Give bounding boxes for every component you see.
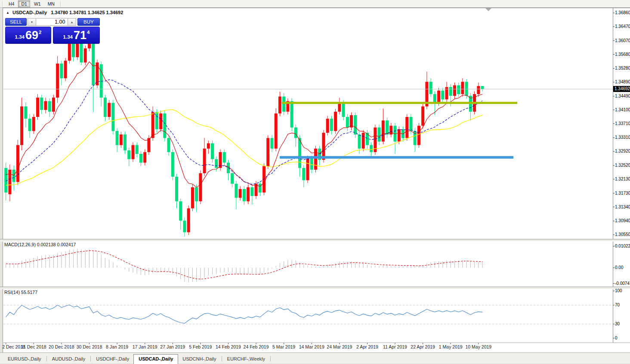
- ohlc-values: 1.34780 1.34781 1.34625 1.34692: [51, 10, 123, 15]
- symbol-title: USDCAD-,Daily: [12, 10, 47, 15]
- price-axis-label: 1.33310: [615, 135, 630, 140]
- buy-price-sup: 4: [87, 30, 90, 35]
- sell-quote-button[interactable]: 1.34 69 2: [5, 27, 51, 44]
- chart-tab-eurchf[interactable]: EURCHF-,Weekly: [223, 355, 269, 364]
- macd-axis-label: 0.00: [615, 265, 623, 270]
- chart-window[interactable]: [3, 8, 630, 352]
- volume-input[interactable]: 1.00: [36, 18, 68, 26]
- macd-axis-label: 0.010229: [615, 244, 630, 248]
- timeframe-w1-button[interactable]: W1: [31, 0, 44, 7]
- rsi-axis-label: 0: [615, 336, 618, 340]
- date-axis-label: 11 Dec 2018: [21, 344, 46, 349]
- scroll-to-end-icon[interactable]: [485, 8, 491, 11]
- price-axis-label: 1.31730: [615, 191, 630, 196]
- price-axis-label: 1.35680: [615, 52, 630, 57]
- date-axis-label: 14 Feb 2019: [216, 344, 241, 349]
- sell-price-big: 69: [25, 29, 38, 42]
- timeframe-toolbar: H4D1W1MN: [0, 0, 630, 8]
- tab-separator: [46, 356, 47, 361]
- collapse-arrow-icon[interactable]: ▲: [6, 11, 9, 15]
- buy-button[interactable]: BUY: [77, 18, 100, 26]
- date-axis-border: [3, 343, 630, 343]
- date-axis-label: 24 Feb 2019: [244, 344, 269, 349]
- pane-divider-rsi[interactable]: [0, 287, 630, 289]
- price-axis-label: 1.36470: [615, 24, 630, 29]
- price-axis-label: 1.32920: [615, 149, 630, 153]
- rsi-axis-label: 70: [615, 303, 620, 307]
- timeframe-buttons: H4D1W1MN: [5, 0, 58, 7]
- one-click-trade-panel: SELL ▼ 1.00 ▲ BUY 1.34 69 2 1.34 71 4: [5, 18, 100, 44]
- date-axis-label: 22 Apr 2019: [411, 344, 435, 349]
- rsi-axis-label: 100: [615, 288, 622, 293]
- price-axis-label: 1.36070: [615, 38, 630, 43]
- chart-tab-usdcad[interactable]: USDCAD-,Daily: [133, 354, 178, 364]
- date-axis-label: 8 Jan 2019: [106, 344, 128, 349]
- macd-label: MACD(12,26,9) 0.002138 0.002417: [4, 242, 76, 247]
- chart-tab-eurusd[interactable]: EURUSD-,Daily: [3, 355, 46, 364]
- chart-tab-usdchf[interactable]: USDCHF-,Daily: [92, 355, 133, 364]
- buy-quote-button[interactable]: 1.34 71 4: [53, 27, 100, 44]
- chart-tabbar: EURUSD-,DailyAUDUSD-,DailyUSDCHF-,DailyU…: [0, 352, 630, 364]
- date-axis-label: 20 Dec 2018: [49, 344, 74, 349]
- tab-separator: [90, 356, 91, 361]
- chart-tab-audusd[interactable]: AUDUSD-,Daily: [48, 355, 90, 364]
- timeframe-mn-button[interactable]: MN: [45, 0, 58, 7]
- chart-tab-usdcnh[interactable]: USDCNH-,Daily: [178, 355, 220, 364]
- volume-down-button[interactable]: ▼: [28, 18, 36, 26]
- timeframe-d1-button[interactable]: D1: [18, 0, 30, 7]
- date-axis-label: 5 Mar 2019: [272, 344, 295, 349]
- price-axis-label: 1.32130: [615, 177, 630, 181]
- price-axis-label: 1.31340: [615, 205, 630, 209]
- date-axis-label: 5 Feb 2019: [189, 344, 212, 349]
- date-axis-label: 11 Apr 2019: [383, 344, 407, 349]
- date-axis-label: 24 Mar 2019: [327, 344, 352, 349]
- pane-divider-macd[interactable]: [0, 239, 630, 242]
- date-axis-label: 2 Apr 2019: [356, 344, 378, 349]
- date-axis-label: 17 Jan 2019: [133, 344, 158, 349]
- date-axis-label: 14 Mar 2019: [299, 344, 324, 349]
- sell-price-sup: 2: [39, 30, 41, 35]
- tab-separator: [222, 356, 222, 361]
- price-axis-label: 1.30940: [615, 218, 630, 223]
- chart-title: ▲ USDCAD-,Daily 1.34780 1.34781 1.34625 …: [6, 10, 123, 15]
- date-axis-label: 30 Dec 2018: [77, 344, 102, 349]
- volume-up-button[interactable]: ▲: [68, 18, 76, 26]
- toolbar-separator: [60, 1, 61, 6]
- price-axis-label: 1.36860: [615, 10, 630, 15]
- date-axis-label: 10 May 2019: [465, 344, 491, 349]
- timeframe-h4-button[interactable]: H4: [6, 0, 17, 7]
- macd-axis-label: -0.007477: [615, 281, 630, 286]
- sell-button[interactable]: SELL: [5, 18, 27, 26]
- price-axis-label: 1.35280: [615, 66, 630, 70]
- price-axis-label: 1.34890: [615, 80, 630, 84]
- buy-price-prefix: 1.34: [63, 34, 73, 40]
- price-axis-label: 1.34100: [615, 107, 630, 112]
- sell-price-prefix: 1.34: [15, 34, 25, 40]
- tab-separator: [270, 356, 271, 361]
- current-price-tag: 1.34692: [613, 86, 630, 92]
- price-axis-label: 1.30550: [615, 232, 630, 237]
- rsi-label: RSI(14) 55.5177: [4, 290, 37, 295]
- toolbar-separator: [2, 1, 3, 6]
- date-axis-label: 27 Jan 2019: [160, 344, 185, 349]
- date-axis-label: 1 May 2019: [439, 344, 463, 349]
- price-axis-label: 1.33710: [615, 121, 630, 126]
- rsi-axis-label: 30: [615, 321, 620, 326]
- price-axis-label: 1.34490: [615, 94, 630, 98]
- buy-price-big: 71: [74, 29, 86, 42]
- price-axis-label: 1.32520: [615, 163, 630, 168]
